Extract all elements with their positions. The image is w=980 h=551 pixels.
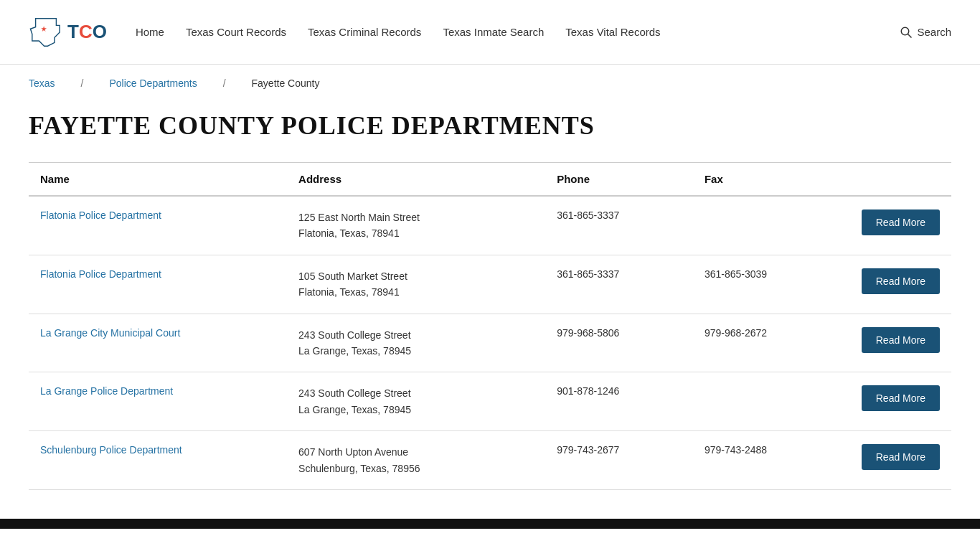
dept-address: 125 East North Main StreetFlatonia, Texa… [287, 196, 545, 255]
texas-logo-icon [29, 15, 63, 50]
table-row: Flatonia Police Department105 South Mark… [29, 255, 951, 314]
read-more-button[interactable]: Read More [862, 209, 940, 235]
search-area[interactable]: Search [900, 26, 951, 39]
read-more-button[interactable]: Read More [862, 385, 940, 411]
table-header-row: Name Address Phone Fax [29, 163, 951, 197]
dept-name-link[interactable]: Flatonia Police Department [40, 209, 161, 221]
svg-marker-0 [30, 18, 60, 45]
nav-vital-records[interactable]: Texas Vital Records [565, 25, 660, 39]
dept-address: 243 South College StreetLa Grange, Texas… [287, 372, 545, 431]
read-more-button[interactable]: Read More [862, 268, 940, 294]
dept-action: Read More [841, 196, 951, 255]
dept-address: 243 South College StreetLa Grange, Texas… [287, 314, 545, 372]
dept-action: Read More [841, 255, 951, 314]
svg-point-2 [902, 27, 910, 35]
breadcrumb-sep-2: / [223, 77, 226, 89]
table-row: La Grange Police Department243 South Col… [29, 372, 951, 431]
col-header-action [841, 163, 951, 197]
svg-line-3 [908, 34, 912, 37]
table-row: Flatonia Police Department125 East North… [29, 196, 951, 255]
dept-fax: 361-865-3039 [693, 255, 841, 314]
logo-link[interactable]: TCO [29, 15, 107, 50]
dept-phone: 901-878-1246 [545, 372, 693, 431]
dept-phone: 979-743-2677 [545, 431, 693, 490]
dept-action: Read More [841, 314, 951, 372]
footer-bar [0, 519, 980, 529]
col-header-name: Name [29, 163, 287, 197]
dept-fax [693, 372, 841, 431]
dept-address: 607 North Upton AvenueSchulenburg, Texas… [287, 431, 545, 490]
breadcrumb-texas[interactable]: Texas [29, 77, 55, 89]
dept-fax: 979-743-2488 [693, 431, 841, 490]
nav-inmate-search[interactable]: Texas Inmate Search [443, 25, 544, 39]
table-section: Name Address Phone Fax Flatonia Police D… [0, 148, 980, 519]
dept-address: 105 South Market StreetFlatonia, Texas, … [287, 255, 545, 314]
breadcrumb: Texas / Police Departments / Fayette Cou… [0, 65, 980, 96]
dept-name-link[interactable]: La Grange Police Department [40, 385, 173, 397]
site-header: TCO Home Texas Court Records Texas Crimi… [0, 0, 980, 65]
dept-fax [693, 196, 841, 255]
nav-criminal-records[interactable]: Texas Criminal Records [308, 25, 421, 39]
dept-phone: 979-968-5806 [545, 314, 693, 372]
svg-marker-1 [41, 26, 47, 32]
search-icon [900, 26, 913, 39]
departments-table: Name Address Phone Fax Flatonia Police D… [29, 162, 951, 490]
table-row: Schulenburg Police Department607 North U… [29, 431, 951, 490]
nav-home[interactable]: Home [136, 25, 164, 39]
dept-phone: 361-865-3337 [545, 255, 693, 314]
col-header-address: Address [287, 163, 545, 197]
read-more-button[interactable]: Read More [862, 444, 940, 470]
dept-phone: 361-865-3337 [545, 196, 693, 255]
dept-name-link[interactable]: Flatonia Police Department [40, 268, 161, 280]
nav-court-records[interactable]: Texas Court Records [186, 25, 286, 39]
read-more-button[interactable]: Read More [862, 327, 940, 353]
page-title-section: Fayette County Police Departments [0, 96, 980, 148]
dept-name-link[interactable]: La Grange City Municipal Court [40, 327, 180, 339]
dept-fax: 979-968-2672 [693, 314, 841, 372]
dept-name-link[interactable]: Schulenburg Police Department [40, 444, 182, 456]
col-header-phone: Phone [545, 163, 693, 197]
search-label: Search [917, 26, 951, 38]
page-title: Fayette County Police Departments [29, 110, 951, 141]
breadcrumb-current: Fayette County [252, 77, 320, 89]
table-row: La Grange City Municipal Court243 South … [29, 314, 951, 372]
dept-action: Read More [841, 372, 951, 431]
main-nav: Home Texas Court Records Texas Criminal … [136, 25, 900, 39]
breadcrumb-sep-1: / [81, 77, 84, 89]
col-header-fax: Fax [693, 163, 841, 197]
dept-action: Read More [841, 431, 951, 490]
breadcrumb-police-departments[interactable]: Police Departments [109, 77, 197, 89]
